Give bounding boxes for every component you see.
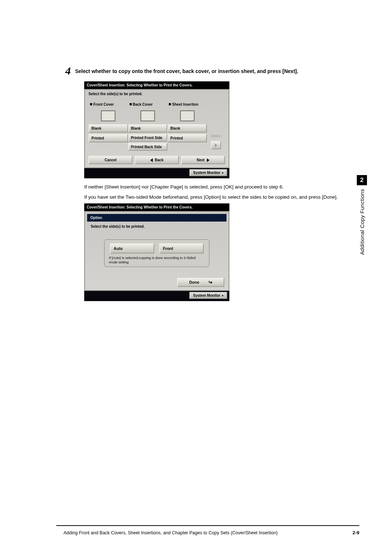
front-cover-icon bbox=[101, 110, 115, 121]
screenshot-2: Cover/Sheet Insertion: Selecting Whether… bbox=[84, 203, 358, 301]
screenshot-1: Cover/Sheet Insertion: Selecting Whether… bbox=[84, 81, 358, 178]
col-header-back: Back Cover bbox=[133, 102, 153, 106]
side-tab: 2 Additional Copy Functions bbox=[356, 175, 367, 255]
option-column: Option bbox=[207, 100, 225, 151]
mode-group: Auto Front If [Auto] is selected,copying… bbox=[104, 239, 209, 267]
footer-text: Adding Front and Back Covers, Sheet Inse… bbox=[64, 530, 278, 535]
sheet-printed-button[interactable]: Printed bbox=[167, 134, 207, 142]
back-button[interactable]: Back bbox=[135, 156, 179, 164]
arrow-left-icon bbox=[150, 158, 153, 162]
step-number: 4 bbox=[65, 65, 71, 76]
paragraph-2: If you have set the Two-sided Mode befor… bbox=[84, 194, 358, 201]
bullet-icon bbox=[90, 103, 92, 105]
system-monitor-button-2[interactable]: System Monitor▸ bbox=[189, 292, 227, 299]
back-printed-back-button[interactable]: Printed Back Side bbox=[128, 143, 168, 151]
dialog-instruction-2: Select the side(s) to be printed. bbox=[85, 222, 229, 239]
column-front-cover: Front Cover Blank Printed bbox=[89, 100, 128, 151]
chapter-number-tab: 2 bbox=[357, 175, 367, 185]
col-header-front: Front Cover bbox=[93, 102, 114, 106]
bullet-icon bbox=[130, 103, 132, 105]
sheet-blank-button[interactable]: Blank bbox=[167, 124, 207, 133]
paragraph-1: If neither [Sheet Insertion] nor [Chapte… bbox=[84, 183, 358, 191]
footer-rule bbox=[56, 525, 359, 526]
auto-button[interactable]: Auto bbox=[110, 243, 154, 254]
mode-hint: If [Auto] is selected,copying is done ac… bbox=[109, 254, 205, 264]
bullet-icon bbox=[169, 103, 171, 105]
dialog-titlebar: Cover/Sheet Insertion: Selecting Whether… bbox=[84, 81, 229, 89]
back-blank-button[interactable]: Blank bbox=[128, 124, 168, 133]
arrow-right-icon bbox=[207, 158, 209, 162]
column-sheet-insertion: Sheet Insertion Blank Printed bbox=[167, 100, 207, 151]
chapter-label: Additional Copy Functions bbox=[359, 189, 365, 255]
col-header-sheet: Sheet Insertion bbox=[172, 102, 198, 106]
page-number: 2-9 bbox=[352, 530, 359, 535]
back-cover-icon bbox=[140, 110, 155, 121]
dialog-instruction: Select the side(s) to be printed. bbox=[85, 90, 229, 100]
front-button[interactable]: Front bbox=[159, 243, 204, 254]
sheet-insertion-icon bbox=[180, 110, 195, 121]
step-row: 4 Select whether to copy onto the front … bbox=[65, 65, 358, 76]
dialog-titlebar-2: Cover/Sheet Insertion: Selecting Whether… bbox=[84, 203, 229, 211]
back-printed-front-button[interactable]: Printed Front Side bbox=[128, 134, 168, 142]
column-back-cover: Back Cover Blank Printed Front Side Prin… bbox=[128, 100, 168, 151]
step-instruction: Select whether to copy onto the front co… bbox=[75, 68, 298, 75]
done-button[interactable]: Done↵ bbox=[177, 278, 224, 287]
system-monitor-button[interactable]: System Monitor▸ bbox=[189, 169, 227, 176]
return-icon: ↵ bbox=[208, 279, 212, 285]
cancel-button[interactable]: Cancel bbox=[89, 156, 132, 164]
front-blank-button[interactable]: Blank bbox=[89, 124, 128, 133]
next-button[interactable]: Next bbox=[181, 156, 225, 164]
front-printed-button[interactable]: Printed bbox=[89, 134, 128, 142]
option-label: Option bbox=[211, 134, 221, 138]
option-expand-button[interactable] bbox=[211, 141, 221, 149]
chevron-right-icon bbox=[215, 143, 217, 147]
option-panel-title: Option bbox=[87, 214, 226, 222]
